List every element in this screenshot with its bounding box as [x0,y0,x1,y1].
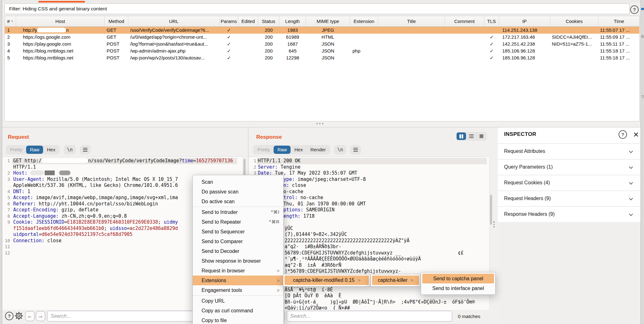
inspector-section-label: Response Headers (9) [504,211,555,217]
background-accent [641,8,644,10]
response-tab-group: PrettyRawHexRender [253,145,330,154]
menu-item-do-passive-scan[interactable]: Do passive scan [193,187,283,197]
column-header-params[interactable]: Params [219,16,238,26]
column-header-tls[interactable]: TLS [484,16,499,26]
column-header-comment[interactable]: Comment [445,16,484,26]
inspector-section-request-cookies-[interactable]: Request Cookies (4) [498,175,641,191]
response-tabs: PrettyRawHexRender \n [253,145,361,154]
inspector-section-response-headers-[interactable]: Response Headers (9) [498,206,641,222]
response-editor-menu-button[interactable] [350,145,361,154]
inspector-section-request-attributes[interactable]: Request Attributes [498,143,641,159]
column-header-extension[interactable]: Extension [350,16,378,26]
response-tab-pretty[interactable]: Pretty [254,146,274,154]
menu-item-send-to-captcha-panel[interactable]: Send to captcha panel [422,274,494,283]
response-tab-raw[interactable]: Raw [274,146,291,154]
column-header-method[interactable]: Method [105,16,128,26]
column-header-ip[interactable]: IP [499,16,550,26]
response-newline-toggle[interactable]: \n [334,145,346,154]
burp-suite-window: Filter: Hiding CSS and general binary co… [0,0,644,324]
menu-item-captcha-killer-modified-0-15[interactable]: captcha-killer-modified 0.15> [285,276,369,285]
code-line: 24Bñ-ü÷G{ot-á¸ )g]»pU ØÐ|ÀôÏ^j·Ã]R\ñ> ;4… [249,299,489,305]
request-tab-pretty[interactable]: Pretty [6,146,26,154]
menu-item-do-active-scan[interactable]: Do active scan [193,197,283,206]
inspector-section-query-parameters-[interactable]: Query Parameters (1) [498,159,641,175]
layout-toggle [456,132,487,141]
inspector-section-label: Query Parameters (1) [504,164,553,170]
code-line: HTTP/1.1 [3,164,243,170]
request-tabs: PrettyRawHex \n [6,145,91,154]
menu-item-send-to-repeater[interactable]: Send to Repeater^⌘R [193,217,283,227]
table-row[interactable]: 5https://blog.mrtblogs.netPOST/wp-json/w… [5,54,639,61]
menu-item-scan[interactable]: Scan [193,177,283,187]
column-header-status[interactable]: Status [258,16,279,26]
hamburger-icon [83,148,87,152]
layout-columns-button[interactable] [457,132,466,140]
request-search-help-icon[interactable]: ? [5,312,14,320]
column-header-length[interactable]: Length [279,16,306,26]
table-row[interactable]: 1http://ynGET/sso/VerifyCode/verifyCodeI… [5,27,639,34]
shortcut-label: ^⌘I [271,207,280,217]
column-header-url[interactable]: URL [128,16,219,26]
column-header-time[interactable]: Time [598,16,640,26]
response-tab-hex[interactable]: Hex [291,146,307,154]
response-tab-render[interactable]: Render [307,146,330,154]
menu-item-request-in-browser[interactable]: Request in browser> [193,266,283,276]
code-line: 5Connection: close [249,182,489,189]
menu-item-send-to-interface-panel[interactable]: Send to interface panel [422,283,494,293]
request-newline-toggle[interactable]: \n [64,145,76,154]
code-line: 1422222222222222222222222222222222222222… [249,238,489,244]
response-search-input[interactable] [287,311,452,321]
menu-item-show-response-in-browser[interactable]: Show response in browser [193,256,283,266]
code-line: 12ÿÛC [249,226,489,232]
redaction-blob [45,170,55,175]
code-line: 3Date: Tue, 17 May 2022 03:55:07 GMT [249,170,489,176]
column-header-num[interactable]: #∧ [5,16,16,26]
menu-item-copy-url[interactable]: Copy URL [193,296,283,306]
filter-bar[interactable]: Filter: Hiding CSS and general binary co… [4,3,630,14]
column-header-edited[interactable]: Edited [238,16,258,26]
code-line: 1GET http:/n/sso/VerifyCode/verifyCodeIm… [3,158,243,164]
menu-item-send-to-decoder[interactable]: Send to Decoder [193,246,283,256]
menu-item-send-to-intruder[interactable]: Send to Intruder^⌘I [193,207,283,217]
table-row[interactable]: 3https://play.google.comPOST/log?format=… [5,41,639,47]
inspector-splitter-handle[interactable] [493,221,495,227]
inspector-section-request-headers-[interactable]: Request Headers (9) [498,191,641,206]
column-header-mime[interactable]: MIME type [306,16,350,26]
code-line: 13(7),01444'9=82<.342ÿÛC [249,232,489,238]
code-line: 2Server: Tengine [249,164,489,170]
search-next-button[interactable]: → [36,311,45,321]
request-tab-raw[interactable]: Raw [26,146,43,154]
http-history-table: #∧HostMethodURLParamsEditedStatusLengthM… [4,16,640,121]
background-glyph: 字 [641,94,644,100]
inspector-section-label: Request Headers (9) [504,196,551,201]
column-header-title[interactable]: Title [378,16,445,26]
code-line: 11 [249,219,489,226]
search-prev-button[interactable]: ← [25,311,35,321]
menu-item-engagement-tools[interactable]: Engagement tools> [193,285,283,295]
menu-item-captcha-killer[interactable]: captcha-killer> [372,276,419,285]
menu-item-copy-to-file[interactable]: Copy to file [193,316,283,324]
inspector-close-icon[interactable]: ✕ [633,131,639,139]
layout-rows-button[interactable] [467,132,476,140]
request-search-settings-button[interactable] [14,311,23,321]
redaction-blob [37,28,66,32]
column-header-host[interactable]: Host [16,16,105,26]
menu-item-copy-as-curl-command[interactable]: Copy as curl command [193,306,283,316]
column-header-cookies[interactable]: Cookies [550,16,598,26]
menu-item-send-to-sequencer[interactable]: Send to Sequencer [193,227,283,237]
layout-single-button[interactable] [477,132,486,140]
table-row[interactable]: 4https://blog.mrtblogs.netPOST/wp-admin/… [5,47,639,54]
horizontal-splitter-handle[interactable] [316,123,323,124]
help-icon[interactable]: ? [630,5,639,14]
menu-item-send-to-comparer[interactable]: Send to Comparer [193,237,283,246]
window-left-edge [0,0,2,324]
chevron-down-icon [629,149,633,153]
redaction-blob [42,158,88,163]
request-editor-menu-button[interactable] [80,145,91,154]
inspector-help-icon[interactable]: ? [619,130,627,139]
code-line: 9X-Frame-Options: SAMEORIGIN [249,207,489,213]
table-row[interactable]: 2https://ogs.google.comGET/u/0/widget/ap… [5,34,639,41]
redaction-blob [59,170,70,175]
request-tab-hex[interactable]: Hex [43,146,59,154]
menu-item-extensions[interactable]: Extensions> [193,276,283,285]
